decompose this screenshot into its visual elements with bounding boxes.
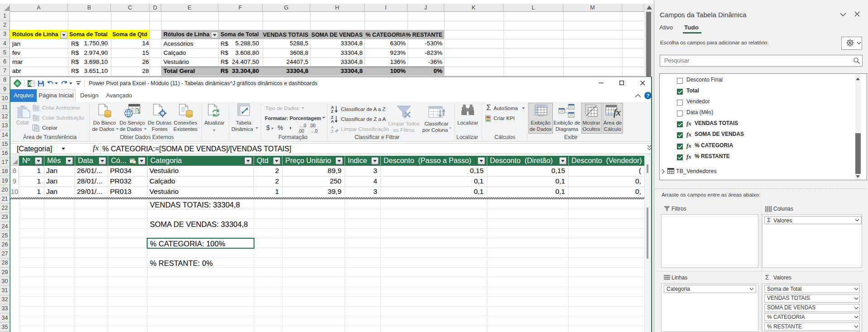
svg-text:X: X xyxy=(28,82,31,87)
svg-text:A: A xyxy=(331,119,334,124)
svg-text:Z: Z xyxy=(331,129,334,134)
svg-text:fx: fx xyxy=(614,106,621,118)
svg-text:Z: Z xyxy=(331,109,334,114)
